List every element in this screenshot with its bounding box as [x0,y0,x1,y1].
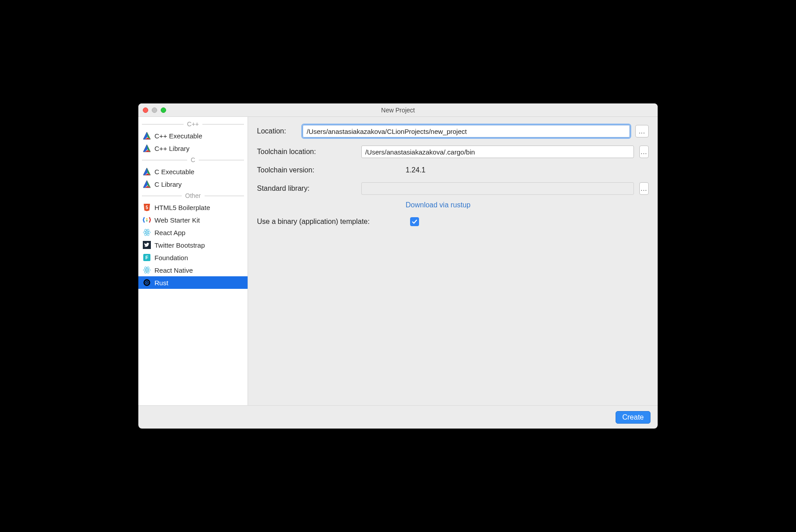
browse-location-button[interactable]: ... [635,125,649,137]
sidebar-item-label: Web Starter Kit [154,216,200,224]
footer: Create [138,405,658,429]
toolchain-version-value: 1.24.1 [406,166,649,174]
location-input[interactable] [303,125,630,137]
cmake-icon [143,180,151,188]
form-panel: Location: ... Toolchain location: ... To… [248,117,658,405]
download-rustup-link[interactable]: Download via rustup [406,201,471,209]
svg-text:5: 5 [146,205,148,210]
window-title: New Project [138,107,658,114]
html5-icon: 5 [143,203,151,211]
sidebar-item-label: Twitter Bootstrap [154,241,205,249]
sidebar-item-label: HTML5 Boilerplate [154,204,210,211]
toolchain-version-label: Toolchain version: [257,166,400,174]
sidebar-item-html5-boilerplate[interactable]: 5 HTML5 Boilerplate [138,201,248,214]
rust-icon: R [143,279,151,287]
sidebar-item-label: C Library [154,180,182,188]
new-project-window: New Project C++ C++ Executable C++ Libra… [138,103,658,429]
cmake-icon [143,167,151,176]
sidebar-group-label: C [191,156,195,163]
sidebar-item-label: C++ Executable [154,132,202,140]
sidebar-item-c-executable[interactable]: C Executable [138,165,248,178]
cmake-icon [143,144,151,152]
browse-stdlib-button[interactable]: ... [639,182,649,195]
binary-template-label: Use a binary (application) template: [257,218,405,226]
sidebar-item-c-library[interactable]: C Library [138,178,248,190]
sidebar-item-foundation[interactable]: F Foundation [138,251,248,264]
react-icon [143,228,151,236]
svg-text:F: F [146,255,149,260]
twitter-icon [143,241,151,249]
sidebar-item-label: C++ Library [154,145,189,152]
stdlib-input [361,182,634,195]
sidebar-item-web-starter-kit[interactable]: Web Starter Kit [138,214,248,226]
svg-point-19 [146,220,148,222]
sidebar-group-label: Other [185,192,201,199]
svg-point-20 [146,232,147,233]
svg-text:R: R [146,281,148,284]
sidebar-group-cpp: C++ [138,119,248,129]
react-icon [143,266,151,274]
titlebar: New Project [138,103,658,117]
binary-template-checkbox[interactable] [410,217,419,226]
sidebar-item-label: React Native [154,266,193,274]
sidebar-item-label: React App [154,229,185,236]
sidebar-item-label: Foundation [154,254,188,262]
sidebar-item-label: C Executable [154,168,194,176]
sidebar-item-cpp-library[interactable]: C++ Library [138,142,248,154]
svg-point-18 [146,219,148,220]
sidebar-group-other: Other [138,190,248,201]
toolchain-location-label: Toolchain location: [257,148,356,156]
toolchain-location-input[interactable] [361,146,634,158]
web-starter-kit-icon [143,216,151,224]
sidebar-item-rust[interactable]: R Rust [138,276,248,289]
project-type-sidebar: C++ C++ Executable C++ Library C [138,117,248,405]
sidebar-group-c: C [138,154,248,165]
browse-toolchain-button[interactable]: ... [639,146,649,158]
sidebar-item-react-app[interactable]: React App [138,226,248,239]
cmake-icon [143,132,151,140]
sidebar-item-react-native[interactable]: React Native [138,264,248,276]
sidebar-item-label: Rust [154,279,168,287]
sidebar-item-cpp-executable[interactable]: C++ Executable [138,129,248,142]
location-label: Location: [257,127,297,135]
sidebar-group-label: C++ [187,120,199,128]
create-button[interactable]: Create [616,411,650,424]
foundation-icon: F [143,253,151,262]
stdlib-label: Standard library: [257,184,356,193]
svg-point-27 [146,269,147,270]
sidebar-item-twitter-bootstrap[interactable]: Twitter Bootstrap [138,239,248,251]
